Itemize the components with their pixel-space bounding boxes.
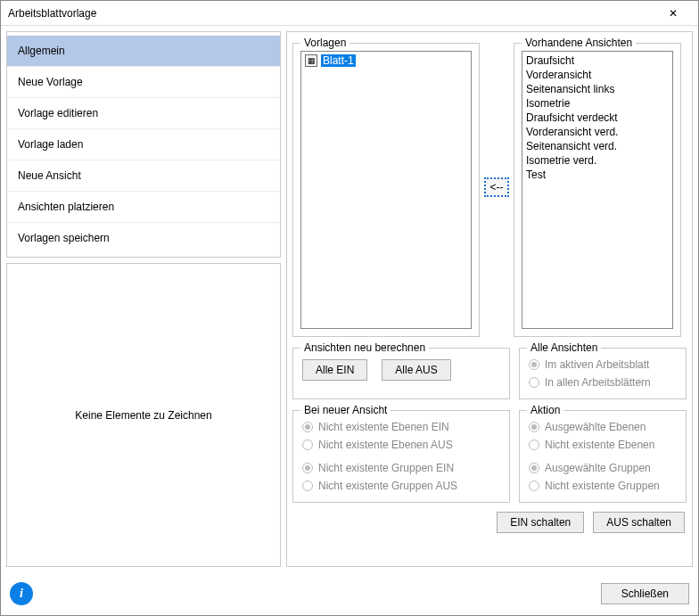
recalc-legend: Ansichten neu berechnen [300,341,429,354]
radio-label: Nicht existente Gruppen AUS [318,480,457,492]
radio-nonexist-layers[interactable]: Nicht existente Ebenen [527,436,678,454]
move-left-button[interactable]: <-- [484,177,509,197]
ansichten-item[interactable]: Test [524,168,670,182]
dialog-window: Arbeitsblattvorlage ✕ Allgemein Neue Vor… [0,0,699,616]
arrow-left-icon: <-- [490,181,504,193]
radio-label: Nicht existente Gruppen [545,480,660,492]
radio-label: Nicht existente Ebenen [545,439,654,451]
info-icon[interactable]: i [10,582,33,605]
radio-label: Nicht existente Ebenen AUS [318,439,453,451]
sheet-icon: ▦ [305,54,317,67]
radio-nonexist-groups[interactable]: Nicht existente Gruppen [527,477,678,495]
vorlagen-item[interactable]: ▦ Blatt-1 [303,53,469,68]
nav-panel: Allgemein Neue Vorlage Vorlage editieren… [6,31,281,258]
close-button[interactable]: ✕ [655,1,691,25]
radio-selected-layers[interactable]: Ausgewählte Ebenen [527,418,678,436]
all-views-fieldset: Alle Ansichten Im aktiven Arbeitsblatt I… [519,348,687,399]
radio-icon [529,439,539,450]
radio-label: Nicht existente Ebenen EIN [318,421,449,433]
on-off-button-row: EIN schalten AUS schalten [292,508,687,533]
radio-icon [302,480,313,491]
draw-panel: Keine Elemente zu Zeichnen [6,263,281,567]
titlebar: Arbeitsblattvorlage ✕ [1,1,698,26]
radio-icon [529,480,539,491]
action-fieldset: Aktion Ausgewählte Ebenen Nicht existent… [519,410,687,503]
switch-off-button[interactable]: AUS schalten [593,512,685,533]
all-views-legend: Alle Ansichten [527,341,601,354]
radio-icon [302,422,313,432]
radio-icon [529,359,539,370]
radio-icon [529,377,539,388]
radio-groups-off[interactable]: Nicht existente Gruppen AUS [300,477,502,495]
draw-panel-empty-text: Keine Elemente zu Zeichnen [75,409,211,422]
radio-label: Ausgewählte Ebenen [545,421,646,433]
left-column: Allgemein Neue Vorlage Vorlage editieren… [6,31,281,567]
footer: i Schließen [1,572,698,615]
close-icon: ✕ [669,7,678,20]
all-on-button[interactable]: Alle EIN [302,359,367,381]
new-view-legend: Bei neuer Ansicht [300,404,391,416]
radio-label: Ausgewählte Gruppen [545,462,651,474]
ansichten-listbox[interactable]: Draufsicht Vorderansicht Seitenansicht l… [522,51,673,329]
newview-action-row: Bei neuer Ansicht Nicht existente Ebenen… [292,405,687,503]
ansichten-item[interactable]: Vorderansicht verd. [524,125,670,139]
window-title: Arbeitsblattvorlage [8,7,655,20]
ansichten-item[interactable]: Draufsicht [524,53,670,68]
recalc-allviews-row: Ansichten neu berechnen Alle EIN Alle AU… [292,342,687,399]
ansichten-item[interactable]: Draufsicht verdeckt [524,111,670,125]
ansichten-legend: Vorhandene Ansichten [522,37,636,49]
close-dialog-button[interactable]: Schließen [601,583,689,604]
radio-groups-on[interactable]: Nicht existente Gruppen EIN [300,459,502,477]
nav-item-vorlage-laden[interactable]: Vorlage laden [7,129,280,160]
ansichten-item[interactable]: Seitenansicht verd. [524,139,670,153]
radio-icon [529,463,539,473]
radio-layers-on[interactable]: Nicht existente Ebenen EIN [300,418,502,436]
ansichten-fieldset: Vorhandene Ansichten Draufsicht Vorderan… [514,43,681,337]
recalc-fieldset: Ansichten neu berechnen Alle EIN Alle AU… [292,348,510,399]
right-panel: Vorlagen ▦ Blatt-1 <-- Vorhandene Ansich… [286,31,693,567]
nav-item-vorlagen-speichern[interactable]: Vorlagen speichern [7,223,280,253]
arrow-column: <-- [483,37,510,337]
vorlagen-fieldset: Vorlagen ▦ Blatt-1 [292,43,480,337]
radio-all-sheets[interactable]: In allen Arbeitsblättern [527,374,678,391]
nav-item-vorlage-editieren[interactable]: Vorlage editieren [7,98,280,129]
nav-item-ansichten-platzieren[interactable]: Ansichten platzieren [7,192,280,223]
top-lists-row: Vorlagen ▦ Blatt-1 <-- Vorhandene Ansich… [292,37,687,337]
vorlagen-listbox[interactable]: ▦ Blatt-1 [300,51,472,329]
nav-item-allgemein[interactable]: Allgemein [7,36,280,67]
ansichten-item[interactable]: Vorderansicht [524,68,670,82]
nav-item-neue-vorlage[interactable]: Neue Vorlage [7,67,280,98]
ansichten-item[interactable]: Seitenansicht links [524,82,670,96]
nav-item-neue-ansicht[interactable]: Neue Ansicht [7,160,280,192]
dialog-body: Allgemein Neue Vorlage Vorlage editieren… [1,26,698,572]
radio-icon [529,422,539,432]
radio-icon [302,439,313,450]
radio-active-sheet[interactable]: Im aktiven Arbeitsblatt [527,356,678,374]
radio-label: Nicht existente Gruppen EIN [318,462,454,474]
vorlagen-item-label: Blatt-1 [321,54,356,67]
ansichten-item[interactable]: Isometrie verd. [524,153,670,168]
ansichten-item[interactable]: Isometrie [524,96,670,111]
radio-label: Im aktiven Arbeitsblatt [545,358,649,371]
action-legend: Aktion [527,404,563,416]
switch-on-button[interactable]: EIN schalten [497,512,584,533]
new-view-fieldset: Bei neuer Ansicht Nicht existente Ebenen… [292,410,510,503]
radio-selected-groups[interactable]: Ausgewählte Gruppen [527,459,678,477]
radio-layers-off[interactable]: Nicht existente Ebenen AUS [300,436,502,454]
radio-label: In allen Arbeitsblättern [545,376,651,389]
all-off-button[interactable]: Alle AUS [382,359,450,381]
radio-icon [302,463,313,473]
vorlagen-legend: Vorlagen [300,37,350,49]
